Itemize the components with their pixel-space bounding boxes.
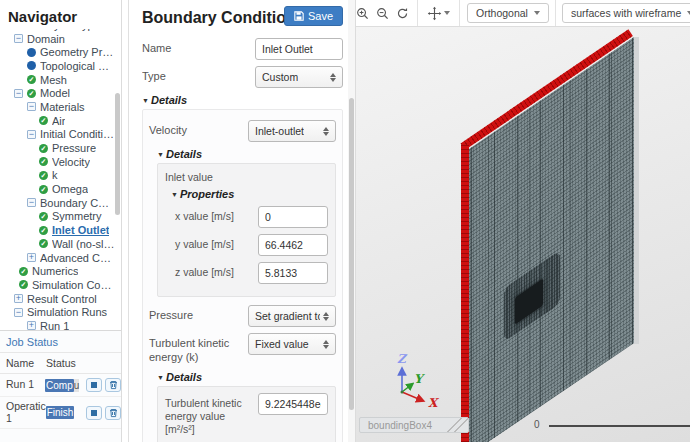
tke-value-label: Turbulent kinetic energy value [m²/s²]	[165, 393, 257, 436]
delete-job-button[interactable]	[105, 406, 121, 420]
type-select[interactable]: Custom	[255, 66, 343, 88]
tree-item-label: Inlet Outlet	[52, 224, 109, 236]
navigator-title: Navigator	[0, 0, 121, 29]
tke-select[interactable]: Fixed value	[248, 333, 336, 355]
tree-item[interactable]: ✓ Numerics	[0, 264, 115, 278]
tree-item[interactable]: − Initial Conditions	[0, 128, 115, 142]
tree-item-label: Result Control	[27, 293, 97, 305]
tree-item-label: Run 1	[40, 320, 69, 330]
zoom-in-button[interactable]	[356, 7, 369, 20]
tree-item[interactable]: ✓ Pressure	[0, 141, 115, 155]
tree-item[interactable]: ✓ Mesh	[0, 73, 115, 87]
pan-move-button[interactable]	[427, 6, 442, 21]
mesh-plane-side-face	[634, 37, 639, 344]
tree-item-label: Initial Conditions	[40, 128, 115, 140]
chevron-down-icon[interactable]	[444, 11, 450, 15]
tree-item-label: Numerics	[32, 265, 78, 277]
tree-item[interactable]: ✓ k	[0, 169, 115, 183]
collapse-icon: −	[27, 130, 36, 139]
x-value-label: x value [m/s]	[175, 206, 258, 228]
z-value-input[interactable]: 5.8133	[258, 262, 328, 284]
projection-select[interactable]: Orthogonal	[467, 3, 549, 23]
tree-item[interactable]: −✓ Model	[0, 86, 115, 100]
job-status-title: Job Status	[0, 331, 121, 353]
check-icon: ✓	[39, 239, 48, 248]
tree-item[interactable]: − Materials	[0, 100, 115, 114]
render-canvas[interactable]: Z Y X boundingBox4 0	[356, 27, 690, 442]
delete-job-button[interactable]	[105, 378, 121, 392]
tree-item[interactable]: Topological Entity ...	[0, 59, 115, 73]
reset-view-button[interactable]	[396, 7, 409, 20]
check-icon: ✓	[39, 171, 48, 180]
tree-item-label: Advanced Concepts	[40, 252, 115, 264]
panel-body: Name Inlet Outlet Type Custom ▼Details V…	[142, 32, 343, 442]
viewport-toolbar: Orthogonal surfaces with wireframe	[356, 0, 690, 27]
stop-icon	[91, 410, 97, 416]
stop-job-button[interactable]	[86, 378, 102, 392]
entity-dot-icon	[27, 61, 36, 70]
stop-icon	[91, 382, 97, 388]
tree-item-label: Symmetry	[52, 210, 102, 222]
tke-value-input[interactable]: 9.2245448e-7	[258, 393, 328, 415]
tree-item[interactable]: ✓ Air	[0, 114, 115, 128]
check-icon: ✓	[27, 75, 36, 84]
velocity-details-box: Inlet value ▼Properties x value [m/s] 0 …	[157, 163, 336, 297]
tree-item-label: Velocity	[52, 156, 90, 168]
tree-item-label: Air	[52, 115, 65, 127]
panel-scrollbar[interactable]	[349, 98, 354, 410]
projection-value: Orthogonal	[476, 7, 528, 19]
tree-item[interactable]: ✓ Omega	[0, 182, 115, 196]
check-icon: ✓	[39, 185, 48, 194]
job-status-row: Run 1 Compu	[0, 374, 121, 397]
viewport-3d[interactable]: Orthogonal surfaces with wireframe	[355, 0, 690, 442]
properties-header[interactable]: ▼Properties	[171, 188, 328, 200]
render-mode-value: surfaces with wireframe	[571, 7, 681, 19]
refresh-icon	[396, 7, 409, 20]
tree-item[interactable]: − Simulation Runs	[0, 305, 115, 319]
tree-item[interactable]: ✓ Symmetry	[0, 210, 115, 224]
tree-item[interactable]: − Domain	[0, 32, 115, 46]
y-value-input[interactable]: 66.4462	[258, 234, 328, 256]
boundary-condition-panel: Boundary Condition Save Name Inlet Outle…	[128, 0, 355, 442]
tree-item-label: Topological Entity ...	[40, 60, 115, 72]
job-column-status: Status	[46, 357, 90, 369]
tree-item[interactable]: + Advanced Concepts	[0, 251, 115, 265]
z-value-label: z value [m/s]	[175, 262, 258, 284]
zoom-in-icon	[356, 7, 369, 20]
navigator-panel: Navigator ✓ Analysis Type − Domain Geome…	[0, 0, 122, 442]
tree-item-label: Materials	[40, 101, 85, 113]
check-icon: ✓	[39, 116, 48, 125]
velocity-select[interactable]: Inlet-outlet	[248, 120, 336, 142]
entity-dot-icon	[27, 48, 36, 57]
y-axis	[402, 385, 411, 392]
panel-scrollbar-track[interactable]	[348, 0, 355, 442]
pressure-select[interactable]: Set gradient to ze	[248, 305, 336, 327]
details-header[interactable]: ▼Details	[142, 94, 343, 106]
zoom-out-button[interactable]	[376, 7, 389, 20]
stop-job-button[interactable]	[86, 406, 102, 420]
tree-item[interactable]: ✓ Velocity	[0, 155, 115, 169]
name-input[interactable]: Inlet Outlet	[255, 38, 343, 60]
navigator-scrollbar[interactable]	[115, 93, 120, 215]
render-mode-select[interactable]: surfaces with wireframe	[562, 3, 690, 23]
x-value-input[interactable]: 0	[258, 206, 328, 228]
tree-item[interactable]: + Run 1	[0, 319, 115, 330]
collapse-icon: −	[27, 198, 36, 207]
bounding-box-label[interactable]: boundingBox4	[359, 417, 469, 433]
tree-item[interactable]: ✓ Wall (no-slip)	[0, 237, 115, 251]
orientation-axes: Z Y X	[376, 345, 476, 425]
trash-icon	[109, 408, 118, 418]
tree-item[interactable]: ✓ Simulation Control	[0, 278, 115, 292]
tree-item[interactable]: Geometry Primitiv...	[0, 45, 115, 59]
tke-details-header[interactable]: ▼Details	[157, 371, 336, 383]
save-button[interactable]: Save	[284, 6, 343, 26]
tree-item-label: k	[52, 169, 58, 181]
collapse-triangle-icon: ▼	[157, 151, 164, 158]
tree-item[interactable]: + Result Control	[0, 292, 115, 306]
x-axis-label: X	[428, 396, 440, 410]
tree-item[interactable]: ✓ Inlet Outlet	[0, 223, 115, 237]
collapse-icon: −	[27, 102, 36, 111]
tree-item[interactable]: − Boundary Conditio...	[0, 196, 115, 210]
collapse-triangle-icon: ▼	[142, 97, 149, 104]
velocity-details-header[interactable]: ▼Details	[157, 148, 336, 160]
